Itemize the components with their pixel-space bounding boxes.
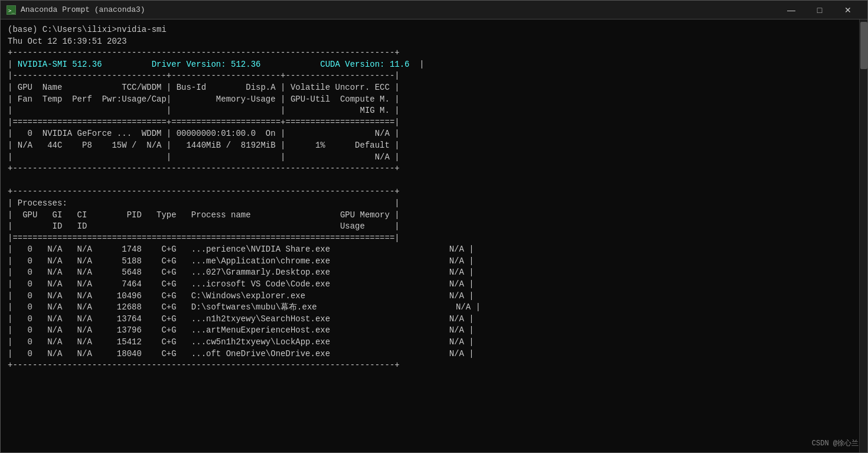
watermark: CSDN @徐心兰 xyxy=(812,438,859,448)
app-icon: >_ xyxy=(6,5,16,15)
scrollbar[interactable] xyxy=(859,19,867,452)
scrollbar-thumb[interactable] xyxy=(860,22,867,69)
maximize-button[interactable]: □ xyxy=(806,1,833,19)
terminal-output[interactable]: (base) C:\Users\ilixi>nvidia-smi Thu Oct… xyxy=(1,19,859,452)
close-button[interactable]: ✕ xyxy=(834,1,862,19)
window-controls: — □ ✕ xyxy=(778,1,862,19)
titlebar: >_ Anaconda Prompt (anaconda3) — □ ✕ xyxy=(1,1,867,19)
window-title: Anaconda Prompt (anaconda3) xyxy=(21,5,778,14)
terminal-window: >_ Anaconda Prompt (anaconda3) — □ ✕ (ba… xyxy=(0,0,868,453)
svg-text:>_: >_ xyxy=(8,8,15,14)
window-content: (base) C:\Users\ilixi>nvidia-smi Thu Oct… xyxy=(1,19,867,452)
minimize-button[interactable]: — xyxy=(778,1,805,19)
